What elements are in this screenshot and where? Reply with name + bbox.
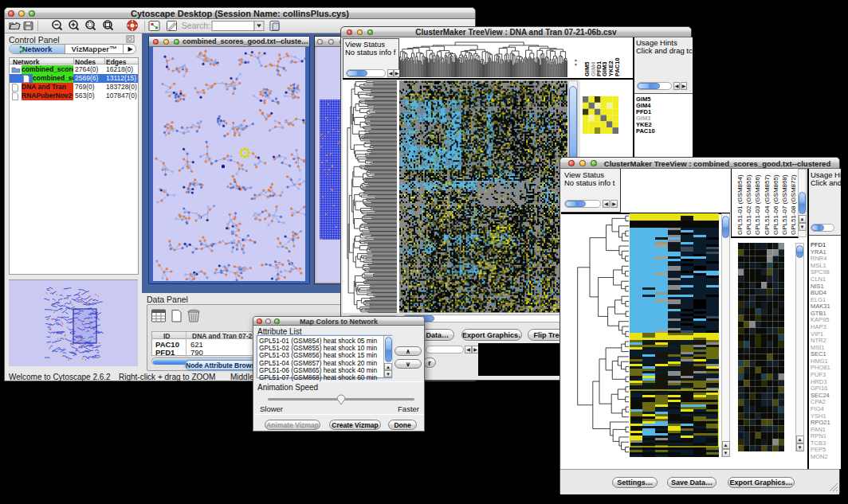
svg-text:Search:: Search: [182,21,210,30]
